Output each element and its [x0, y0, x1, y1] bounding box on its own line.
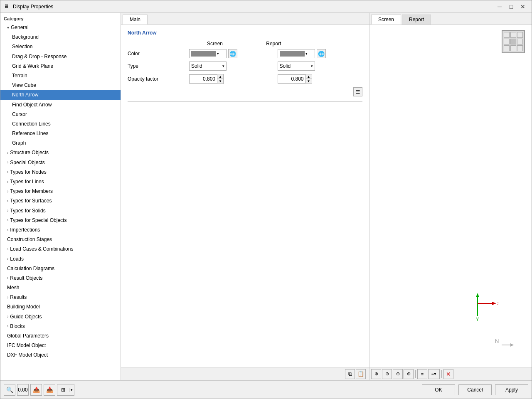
tree-label-building-model: Building Model: [7, 303, 40, 311]
window-controls: ─ □ ✕: [494, 2, 528, 11]
tree-item-result-objects[interactable]: › Result Objects: [0, 273, 121, 283]
right-tool-btn-6[interactable]: ≡▾: [428, 369, 440, 379]
axis-svg: X Y: [465, 291, 498, 324]
opacity-label: Opacity factor: [128, 76, 186, 82]
tree-item-north-arrow[interactable]: North Arrow: [0, 90, 121, 100]
axis-widget: X Y: [465, 291, 498, 325]
tree-item-reference-lines[interactable]: Reference Lines: [0, 129, 121, 138]
tree-item-selection[interactable]: Selection: [0, 42, 121, 52]
tree-item-connection-lines[interactable]: Connection Lines: [0, 119, 121, 129]
tree-label-load-cases: Load Cases & Combinations: [10, 245, 73, 253]
footer-search-btn[interactable]: 🔍: [4, 384, 15, 396]
tree-item-general[interactable]: ▾ General: [0, 23, 121, 32]
tree-item-types-for-lines[interactable]: › Types for Lines: [0, 177, 121, 187]
tab-main[interactable]: Main: [123, 15, 148, 25]
paste-btn[interactable]: 📋: [356, 369, 366, 379]
footer-export-btn[interactable]: 📤: [30, 384, 42, 396]
copy-btn[interactable]: ⧉: [345, 369, 355, 379]
screen-color-dropdown[interactable]: ▾: [189, 49, 227, 58]
tree-item-types-for-special[interactable]: › Types for Special Objects: [0, 216, 121, 225]
x-label: X: [497, 301, 498, 306]
footer-count-btn[interactable]: 0.00: [17, 384, 29, 396]
tree-item-types-for-nodes[interactable]: › Types for Nodes: [0, 167, 121, 177]
tree-label-selection: Selection: [12, 43, 32, 51]
close-button[interactable]: ✕: [517, 2, 528, 11]
tree-item-dxf-model-object[interactable]: DXF Model Object: [0, 350, 121, 360]
screen-type-select[interactable]: Solid ▾: [189, 62, 227, 71]
right-tool-btn-3[interactable]: ⊕: [393, 369, 403, 379]
right-tool-btn-2[interactable]: ⊕: [382, 369, 392, 379]
tree-label-special-objects: Special Objects: [10, 159, 44, 167]
tree-item-terrain[interactable]: Terrain: [0, 71, 121, 81]
arrow-guide-objects: ›: [7, 313, 8, 320]
right-tool-btn-1[interactable]: ⊕: [371, 369, 381, 379]
tree-label-construction-stages: Construction Stages: [7, 236, 52, 244]
tree-item-cursor[interactable]: Cursor: [0, 110, 121, 119]
toolbar-separator: [415, 370, 416, 378]
tree-item-imperfections[interactable]: › Imperfections: [0, 225, 121, 235]
tree-item-global-parameters[interactable]: Global Parameters: [0, 331, 121, 341]
tree-item-results[interactable]: › Results: [0, 293, 121, 302]
tree-item-view-cube[interactable]: View Cube: [0, 81, 121, 90]
report-color-picker-btn[interactable]: 🌐: [317, 49, 326, 58]
report-opacity-group: ▲ ▼: [274, 74, 363, 84]
report-color-swatch: [280, 51, 305, 57]
right-tool-btn-5[interactable]: ≡: [417, 369, 427, 379]
tree-item-blocks[interactable]: › Blocks: [0, 322, 121, 331]
right-tool-btn-7[interactable]: ✕: [443, 369, 453, 379]
report-type-select[interactable]: Solid ▾: [278, 62, 315, 71]
tree-item-loads[interactable]: › Loads: [0, 254, 121, 264]
tree-item-load-cases[interactable]: › Load Cases & Combinations: [0, 244, 121, 254]
arrow-icon: ▾: [7, 25, 9, 31]
footer-combo-arrow[interactable]: ▾: [69, 388, 74, 392]
report-opacity-up[interactable]: ▲: [306, 74, 312, 79]
cancel-button[interactable]: Cancel: [458, 384, 492, 395]
arrow-blocks: ›: [7, 323, 8, 330]
tree-item-building-model[interactable]: Building Model: [0, 302, 121, 312]
tree-item-construction-stages[interactable]: Construction Stages: [0, 235, 121, 244]
color-label: Color: [128, 51, 186, 57]
tree-item-ifc-model-object[interactable]: IFC Model Object: [0, 341, 121, 350]
tree-item-grid-work-plane[interactable]: Grid & Work Plane: [0, 62, 121, 71]
menu-icon-area: ☰: [128, 87, 362, 96]
right-preview-panel: Screen Report: [369, 13, 532, 380]
tree-item-types-for-members[interactable]: › Types for Members: [0, 187, 121, 196]
report-color-dropdown[interactable]: ▾: [278, 49, 315, 58]
tree-item-special-objects[interactable]: › Special Objects: [0, 158, 121, 167]
tree-item-structure-objects[interactable]: › Structure Objects: [0, 148, 121, 158]
report-opacity-input[interactable]: [278, 74, 306, 84]
tree-item-drag-drop[interactable]: Drag & Drop - Response: [0, 52, 121, 62]
tree-item-background[interactable]: Background: [0, 32, 121, 42]
tree-item-types-for-solids[interactable]: › Types for Solids: [0, 206, 121, 216]
tree-item-mesh[interactable]: Mesh: [0, 283, 121, 293]
grid-cell: [517, 45, 523, 51]
screen-color-picker-btn[interactable]: 🌐: [228, 49, 237, 58]
left-tree-panel: Category ▾ General Background Selection …: [0, 13, 121, 380]
screen-type-arrow-icon: ▾: [222, 64, 224, 68]
ok-button[interactable]: OK: [422, 384, 455, 395]
screen-opacity-down[interactable]: ▼: [217, 79, 223, 84]
report-opacity-down[interactable]: ▼: [306, 79, 312, 84]
tree-item-guide-objects[interactable]: › Guide Objects: [0, 312, 121, 322]
preview-tab-report[interactable]: Report: [402, 15, 431, 25]
preview-tab-bar: Screen Report: [369, 13, 532, 25]
minimize-button[interactable]: ─: [494, 2, 505, 11]
title-bar: 🖥 Display Properties ─ □ ✕: [0, 0, 532, 13]
apply-button[interactable]: Apply: [495, 384, 528, 395]
middle-bottom-toolbar: ⧉ 📋: [121, 367, 369, 380]
tree-item-types-for-surfaces[interactable]: › Types for Surfaces: [0, 196, 121, 206]
tree-item-graph[interactable]: Graph: [0, 138, 121, 148]
menu-icon-button[interactable]: ☰: [353, 87, 362, 96]
right-tool-btn-4[interactable]: ⊕: [404, 369, 414, 379]
tree-item-calculation-diagrams[interactable]: Calculation Diagrams: [0, 264, 121, 273]
tree-item-find-object-arrow[interactable]: Find Object Arrow: [0, 100, 121, 110]
main-tab-bar: Main: [121, 13, 369, 25]
preview-tab-screen[interactable]: Screen: [371, 15, 401, 25]
footer-combo-btn[interactable]: ⊞: [57, 384, 69, 396]
section-title-north-arrow: North Arrow: [128, 30, 362, 36]
maximize-button[interactable]: □: [506, 2, 517, 11]
tree-label-ifc-model-object: IFC Model Object: [7, 342, 46, 350]
screen-opacity-input[interactable]: [189, 74, 217, 84]
screen-opacity-up[interactable]: ▲: [217, 74, 223, 79]
footer-import-btn[interactable]: 📥: [44, 384, 55, 396]
